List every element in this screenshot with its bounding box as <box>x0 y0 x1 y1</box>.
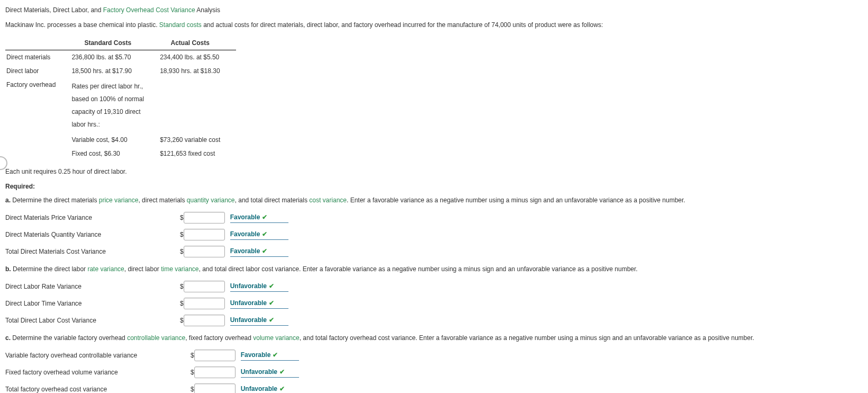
answer-label: Fixed factory overhead volume variance <box>5 364 191 381</box>
dm-price-variance-input[interactable] <box>184 212 225 224</box>
qa-text: . Enter a favorable variance as a negati… <box>347 196 685 204</box>
qc-text: , and total factory overhead cost varian… <box>300 334 754 342</box>
qa-text: , and total direct materials <box>235 196 310 204</box>
direct-labor-actual: 18,930 hrs. at $18.30 <box>160 64 236 78</box>
qb-term: rate variance <box>87 265 124 273</box>
fo-line: Rates per direct labor hr., <box>71 80 144 93</box>
table-row: Direct materials 236,800 lbs. at $5.70 2… <box>5 50 236 65</box>
direct-materials-standard: 236,800 lbs. at $5.70 <box>71 50 160 65</box>
fo-line: capacity of 19,310 direct <box>71 105 144 118</box>
qa-text: Determine the direct materials <box>11 196 99 204</box>
fo-volume-variance-select[interactable]: Unfavorable✔ <box>241 367 299 378</box>
factory-overhead-standard-desc: Rates per direct labor hr., based on 100… <box>71 78 160 133</box>
answer-label: Variable factory overhead controllable v… <box>5 347 191 364</box>
qa-term: price variance <box>99 196 139 204</box>
fo-controllable-variance-input[interactable] <box>194 350 236 361</box>
dollar-sign: $ <box>180 278 184 295</box>
standard-actual-costs-table: Standard Costs Actual Costs Direct mater… <box>5 36 236 160</box>
dm-quantity-variance-select[interactable]: Favorable✔ <box>230 229 288 240</box>
table-row: Factory overhead Rates per direct labor … <box>5 78 236 133</box>
answer-row: Total Direct Labor Cost Variance $ Unfav… <box>5 312 294 329</box>
check-icon: ✔ <box>269 298 274 308</box>
dm-price-variance-select[interactable]: Favorable✔ <box>230 212 288 223</box>
direct-materials-actual: 234,400 lbs. at $5.50 <box>160 50 236 65</box>
answer-label: Total Direct Materials Cost Variance <box>5 243 180 260</box>
question-a-text: a. Determine the direct materials price … <box>5 195 863 205</box>
qc-text: Determine the variable factory overhead <box>11 334 127 342</box>
dollar-sign: $ <box>191 364 194 381</box>
question-a-letter: a. <box>5 196 11 204</box>
answer-label: Direct Labor Rate Variance <box>5 278 180 295</box>
dl-time-variance-input[interactable] <box>184 298 225 309</box>
fo-variable-actual: $73,260 variable cost <box>160 133 236 147</box>
fo-controllable-variance-select[interactable]: Favorable✔ <box>241 350 299 361</box>
fo-variable-standard: Variable cost, $4.00 <box>71 133 160 147</box>
direct-labor-label: Direct labor <box>5 64 71 78</box>
required-heading: Required: <box>5 183 35 190</box>
dl-total-variance-select[interactable]: Unfavorable✔ <box>230 315 288 326</box>
dl-rate-variance-select[interactable]: Unfavorable✔ <box>230 281 288 292</box>
dollar-sign: $ <box>180 209 184 226</box>
answer-row: Direct Materials Price Variance $ Favora… <box>5 209 294 226</box>
fo-total-variance-select[interactable]: Unfavorable✔ <box>241 384 299 393</box>
answer-label: Total Direct Labor Cost Variance <box>5 312 180 329</box>
check-icon: ✔ <box>262 212 267 222</box>
qb-term: time variance <box>161 265 198 273</box>
answer-row: Fixed factory overhead volume variance $… <box>5 364 304 381</box>
select-value: Favorable <box>230 229 260 239</box>
check-icon: ✔ <box>279 384 285 393</box>
check-icon: ✔ <box>273 350 278 360</box>
select-value: Unfavorable <box>241 384 277 393</box>
dm-total-variance-input[interactable] <box>184 246 225 257</box>
dollar-sign: $ <box>191 347 194 364</box>
qa-term: quantity variance <box>187 196 235 204</box>
dollar-sign: $ <box>180 312 184 329</box>
qc-term: controllable variance <box>127 334 185 342</box>
fo-volume-variance-input[interactable] <box>194 367 236 378</box>
question-b-answers: Direct Labor Rate Variance $ Unfavorable… <box>5 278 294 329</box>
dl-rate-variance-input[interactable] <box>184 281 225 292</box>
qb-text: , direct labor <box>124 265 161 273</box>
qa-text: , direct materials <box>138 196 186 204</box>
title-term: Factory Overhead Cost Variance <box>103 6 195 14</box>
select-value: Unfavorable <box>241 367 277 377</box>
select-value: Unfavorable <box>230 298 267 308</box>
check-icon: ✔ <box>262 229 267 239</box>
direct-labor-standard: 18,500 hrs. at $17.90 <box>71 64 160 78</box>
unit-note: Each unit requires 0.25 hour of direct l… <box>5 167 863 176</box>
answer-row: Total factory overhead cost variance $ U… <box>5 381 304 393</box>
dollar-sign: $ <box>180 226 184 243</box>
dm-quantity-variance-input[interactable] <box>184 229 225 240</box>
select-value: Favorable <box>230 246 260 256</box>
qb-text: , and total direct labor cost variance. … <box>199 265 638 273</box>
table-row: Direct labor 18,500 hrs. at $17.90 18,93… <box>5 64 236 78</box>
select-value: Favorable <box>230 212 260 222</box>
table-row: Variable cost, $4.00 $73,260 variable co… <box>5 133 236 147</box>
check-icon: ✔ <box>279 367 285 377</box>
check-icon: ✔ <box>269 281 274 291</box>
direct-materials-label: Direct materials <box>5 50 71 65</box>
dm-total-variance-select[interactable]: Favorable✔ <box>230 246 288 257</box>
answer-row: Variable factory overhead controllable v… <box>5 347 304 364</box>
select-value: Favorable <box>241 350 271 360</box>
intro-text: Mackinaw Inc. processes a base chemical … <box>5 20 863 30</box>
dollar-sign: $ <box>191 381 194 393</box>
dollar-sign: $ <box>180 295 184 312</box>
select-value: Unfavorable <box>230 281 267 291</box>
answer-row: Total Direct Materials Cost Variance $ F… <box>5 243 294 260</box>
fo-total-variance-input[interactable] <box>194 383 236 393</box>
question-a-answers: Direct Materials Price Variance $ Favora… <box>5 209 294 260</box>
question-c-answers: Variable factory overhead controllable v… <box>5 347 304 393</box>
answer-label: Total factory overhead cost variance <box>5 381 191 393</box>
table-row: Fixed cost, $6.30 $121,653 fixed cost <box>5 147 236 160</box>
intro-pre: Mackinaw Inc. processes a base chemical … <box>5 21 159 29</box>
answer-row: Direct Labor Rate Variance $ Unfavorable… <box>5 278 294 295</box>
dl-total-variance-input[interactable] <box>184 315 225 326</box>
dl-time-variance-select[interactable]: Unfavorable✔ <box>230 298 288 309</box>
page-title: Direct Materials, Direct Labor, and Fact… <box>5 5 863 15</box>
check-icon: ✔ <box>262 246 267 256</box>
qa-term: cost variance <box>309 196 347 204</box>
check-icon: ✔ <box>269 315 274 325</box>
qc-text: , fixed factory overhead <box>185 334 253 342</box>
fo-fixed-actual: $121,653 fixed cost <box>160 147 236 160</box>
